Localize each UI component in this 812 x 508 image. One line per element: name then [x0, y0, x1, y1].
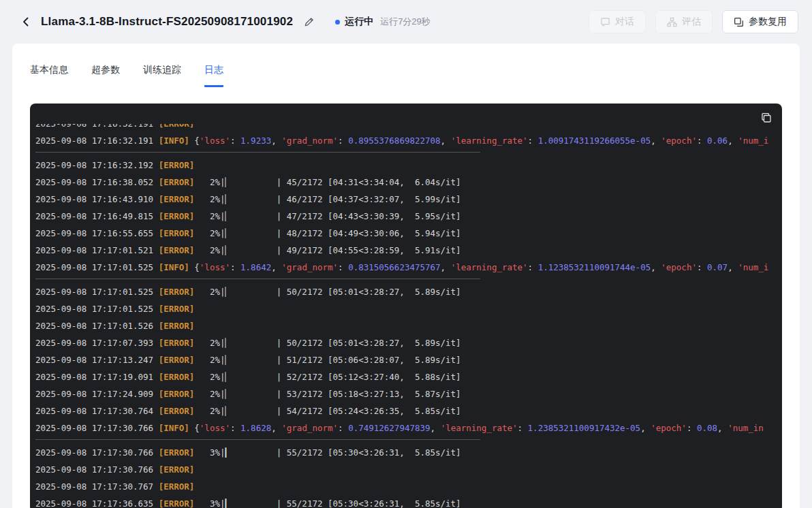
- status-duration: 运行7分29秒: [380, 16, 431, 28]
- log-line: 2025-09-08 17:17:01.521 [ERROR] 2%|▏ | 4…: [35, 242, 782, 259]
- log-line: 2025-09-08 17:17:30.766 [ERROR] 3%|▎ | 5…: [35, 444, 782, 461]
- status-group: 运行中 运行7分29秒: [335, 16, 431, 28]
- tab-hyperparams[interactable]: 超参数: [91, 64, 120, 87]
- log-line: 2025-09-08 17:17:19.091 [ERROR] 2%|▏ | 5…: [35, 368, 782, 385]
- sitemap-icon: [667, 17, 677, 27]
- log-viewport[interactable]: 2025-09-08 17:16:32.191 [ERROR] 2025-09-…: [35, 124, 782, 508]
- log-line: 2025-09-08 17:16:55.655 [ERROR] 2%|▏ | 4…: [35, 225, 782, 242]
- status-label: 运行中: [345, 16, 373, 28]
- log-line: 2025-09-08 17:17:01.525 [INFO] {'loss': …: [35, 259, 782, 276]
- log-line: 2025-09-08 17:17:13.247 [ERROR] 2%|▏ | 5…: [35, 351, 782, 368]
- overlap-squares-icon: [734, 17, 744, 27]
- copy-log-button[interactable]: [758, 110, 775, 126]
- log-line: 2025-09-08 17:17:01.525 [ERROR] 2%|▏ | 5…: [35, 283, 782, 300]
- log-line: 2025-09-08 17:17:01.525 [ERROR]: [35, 300, 782, 317]
- back-button[interactable]: [16, 12, 35, 31]
- log-line: 2025-09-08 17:17:30.767 [ERROR]: [35, 478, 782, 495]
- page-title: Llama-3.1-8B-Instruct-FS2025090817100190…: [41, 15, 293, 29]
- log-line: 2025-09-08 17:17:24.909 [ERROR] 2%|▏ | 5…: [35, 385, 782, 402]
- chat-button-label: 对话: [615, 16, 634, 28]
- status-dot: [335, 20, 340, 25]
- reuse-params-button-label: 参数复用: [749, 16, 787, 28]
- log-line: 2025-09-08 17:17:07.393 [ERROR] 2%|▏ | 5…: [35, 334, 782, 351]
- log-line: 2025-09-08 17:16:43.910 [ERROR] 2%|▏ | 4…: [35, 191, 782, 208]
- tab-logs[interactable]: 日志: [204, 64, 223, 87]
- chat-bubble-icon: [600, 17, 610, 27]
- reuse-params-button[interactable]: 参数复用: [722, 10, 798, 33]
- copy-icon: [761, 112, 772, 123]
- log-line: 2025-09-08 17:17:01.526 [ERROR]: [35, 317, 782, 334]
- log-line: 2025-09-08 17:16:32.191 [INFO] {'loss': …: [35, 132, 782, 149]
- log-console[interactable]: 2025-09-08 17:16:32.191 [ERROR] 2025-09-…: [30, 104, 782, 508]
- log-line: 2025-09-08 17:17:30.766 [INFO] {'loss': …: [35, 419, 782, 436]
- chevron-left-icon: [20, 16, 31, 27]
- header-actions: 对话 评估 参数复用: [589, 10, 798, 33]
- log-separator: [35, 439, 480, 440]
- log-line: 2025-09-08 17:16:32.192 [ERROR]: [35, 157, 782, 174]
- log-lines: 2025-09-08 17:16:32.191 [ERROR] 2025-09-…: [35, 124, 782, 508]
- detail-card: 基本信息 超参数 训练追踪 日志 2025-09-08 17:16:32.191…: [12, 44, 800, 508]
- log-line: 2025-09-08 17:16:38.052 [ERROR] 2%|▏ | 4…: [35, 174, 782, 191]
- edit-title-button[interactable]: [300, 13, 317, 31]
- tab-basic-info[interactable]: 基本信息: [30, 64, 68, 87]
- log-line: 2025-09-08 17:17:36.635 [ERROR] 3%|▎ | 5…: [35, 495, 782, 508]
- tabs: 基本信息 超参数 训练追踪 日志: [30, 44, 782, 87]
- log-line: 2025-09-08 17:17:30.764 [ERROR] 2%|▏ | 5…: [35, 402, 782, 419]
- pencil-icon: [304, 17, 314, 27]
- topbar: Llama-3.1-8B-Instruct-FS2025090817100190…: [0, 0, 812, 44]
- log-separator: [35, 152, 480, 153]
- log-line: 2025-09-08 17:16:32.191 [ERROR]: [35, 124, 782, 132]
- evaluate-button-label: 评估: [682, 16, 701, 28]
- chat-button[interactable]: 对话: [589, 10, 646, 33]
- evaluate-button[interactable]: 评估: [655, 10, 713, 33]
- tab-training-trace[interactable]: 训练追踪: [143, 64, 181, 87]
- log-line: 2025-09-08 17:17:30.766 [ERROR]: [35, 461, 782, 478]
- log-line: 2025-09-08 17:16:49.815 [ERROR] 2%|▏ | 4…: [35, 208, 782, 225]
- log-separator: [35, 279, 480, 279]
